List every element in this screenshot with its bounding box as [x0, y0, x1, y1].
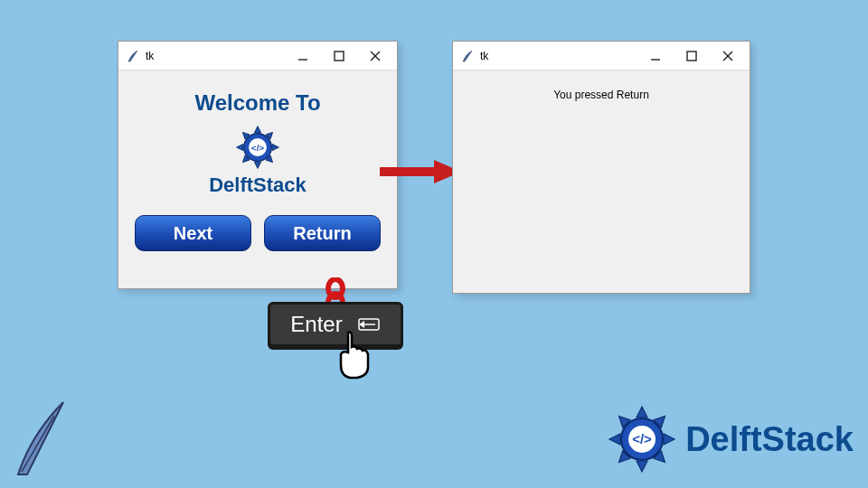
brand-logo-group: </> DelftStack [127, 123, 388, 197]
close-button[interactable] [710, 43, 746, 69]
next-button[interactable]: Next [135, 215, 251, 251]
welcome-heading: Welcome To [127, 90, 388, 116]
svg-text:</>: </> [632, 431, 652, 446]
hand-cursor-icon [330, 327, 379, 381]
button-row: Next Return [127, 215, 388, 251]
titlebar: tk [118, 42, 397, 70]
window-body: Welcome To [118, 70, 397, 260]
svg-rect-1 [335, 52, 344, 61]
window-body: You pressed Return [453, 70, 750, 110]
arrow-right-icon [380, 158, 461, 185]
minimize-button[interactable] [637, 43, 674, 69]
tk-feather-icon [126, 49, 140, 63]
delftstack-gear-icon: </> [606, 403, 678, 475]
tkinter-window-before: tk Welcome To [118, 41, 398, 289]
maximize-button[interactable] [674, 43, 710, 69]
minimize-button[interactable] [285, 43, 321, 69]
svg-text:</>: </> [251, 143, 265, 153]
svg-rect-10 [687, 52, 696, 61]
brand-name-text: DelftStack [209, 174, 307, 197]
titlebar: tk [453, 42, 750, 70]
tk-feather-icon [460, 49, 475, 63]
delftstack-watermark-text: DelftStack [685, 420, 854, 459]
delftstack-watermark: </> DelftStack [606, 403, 854, 475]
maximize-button[interactable] [321, 43, 357, 69]
svg-line-18 [22, 416, 54, 472]
tk-feather-large-icon [9, 398, 72, 479]
delftstack-gear-icon: </> [233, 123, 282, 172]
close-button[interactable] [357, 43, 393, 69]
tkinter-window-after: tk You pressed Return [452, 41, 750, 294]
return-button[interactable]: Return [264, 215, 381, 251]
result-message: You pressed Return [462, 89, 741, 101]
window-title: tk [480, 50, 488, 62]
window-title: tk [146, 50, 154, 62]
